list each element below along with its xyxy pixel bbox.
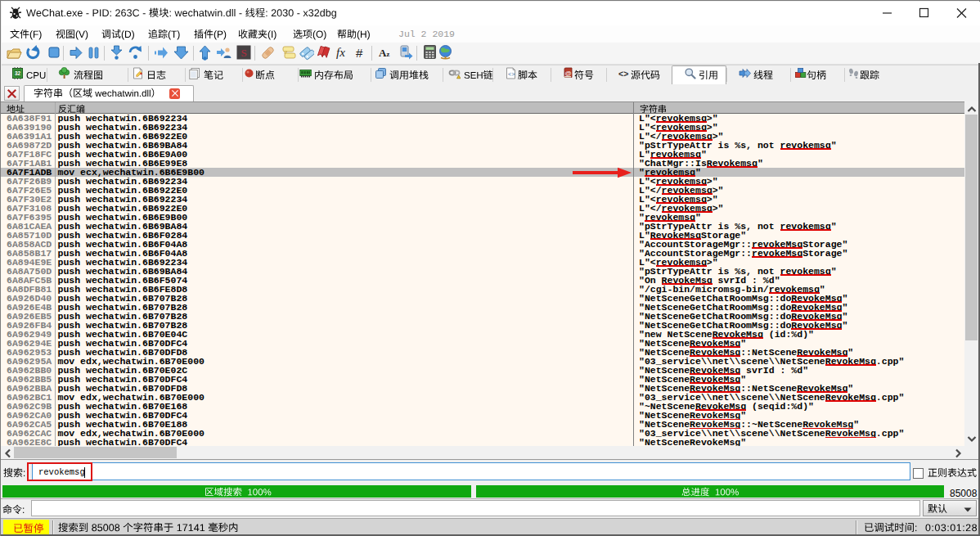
svg-text:32: 32 bbox=[14, 70, 20, 76]
svg-text:S: S bbox=[241, 47, 246, 59]
svg-text:fx: fx bbox=[336, 46, 345, 59]
svg-text:@: @ bbox=[564, 70, 571, 77]
svg-text:A: A bbox=[379, 47, 387, 59]
svg-text:#: # bbox=[356, 46, 363, 60]
svg-text:<>: <> bbox=[618, 69, 628, 79]
svg-text:<>: <> bbox=[508, 71, 515, 78]
svg-text:z: z bbox=[387, 50, 390, 58]
